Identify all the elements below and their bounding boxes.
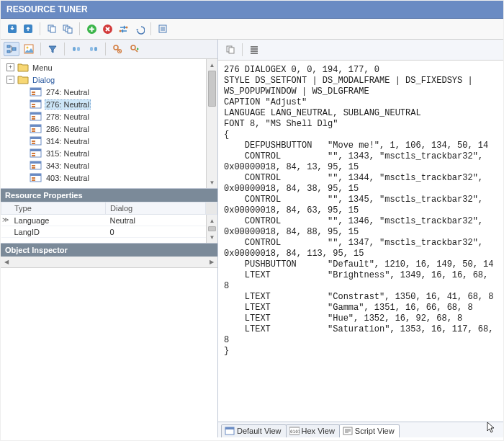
properties-panel: ≫ Type Dialog LanguageNeutralLangID0 ▲ ▼ bbox=[1, 202, 217, 244]
scroll-thumb[interactable] bbox=[208, 71, 216, 107]
multi-copy-button[interactable] bbox=[60, 22, 75, 36]
separator bbox=[40, 43, 41, 55]
tree-item-278[interactable]: 278: Neutral bbox=[1, 110, 217, 122]
tree-item-276[interactable]: 276: Neutral bbox=[1, 98, 217, 110]
props-scrollbar[interactable]: ▲ ▼ bbox=[206, 215, 217, 243]
scroll-left-button[interactable]: ◀ bbox=[1, 257, 12, 267]
script-view-icon bbox=[343, 427, 353, 435]
list-button[interactable] bbox=[156, 22, 170, 36]
view-tabs: Default View0101Hex ViewScript View bbox=[218, 422, 503, 437]
script-editor[interactable]: 276 DIALOGEX 0, 0, 194, 177, 0 STYLE DS_… bbox=[218, 61, 503, 422]
svg-rect-54 bbox=[32, 177, 35, 179]
tree-item-403[interactable]: 403: Neutral bbox=[1, 172, 217, 184]
add-button[interactable] bbox=[84, 22, 99, 36]
svg-rect-59 bbox=[225, 427, 234, 429]
tree-item-315[interactable]: 315: Neutral bbox=[1, 147, 217, 159]
scroll-thumb[interactable] bbox=[208, 226, 216, 231]
svg-point-21 bbox=[114, 45, 118, 50]
svg-rect-49 bbox=[30, 161, 41, 164]
resource-tree-container: +Menu−Dialog274: Neutral276: Neutral278:… bbox=[1, 59, 217, 189]
chevron-right-icon: ≫ bbox=[2, 216, 9, 223]
hex-view-icon: 0101 bbox=[289, 427, 300, 435]
svg-rect-42 bbox=[32, 141, 35, 142]
separator bbox=[64, 43, 65, 55]
right-panel: 276 DIALOGEX 0, 0, 194, 177, 0 STYLE DS_… bbox=[218, 40, 503, 437]
svg-rect-19 bbox=[90, 47, 93, 51]
separator bbox=[150, 22, 151, 35]
svg-rect-39 bbox=[32, 130, 35, 132]
resource-tree[interactable]: +Menu−Dialog274: Neutral276: Neutral278:… bbox=[1, 59, 217, 188]
tree-node-menu[interactable]: +Menu bbox=[1, 61, 217, 74]
scroll-track[interactable] bbox=[12, 257, 206, 267]
main-toolbar bbox=[1, 19, 503, 40]
scroll-down-button[interactable]: ▼ bbox=[207, 177, 217, 188]
prop-row[interactable]: LangID0 bbox=[1, 226, 217, 238]
toggle-2-button[interactable] bbox=[86, 42, 102, 56]
undo-button[interactable] bbox=[132, 22, 146, 36]
app-title: RESOURCE TUNER bbox=[6, 4, 88, 14]
left-panel: +Menu−Dialog274: Neutral276: Neutral278:… bbox=[1, 40, 218, 437]
svg-point-16 bbox=[27, 47, 29, 49]
svg-rect-26 bbox=[32, 92, 35, 93]
prop-key: Language bbox=[1, 215, 106, 226]
svg-rect-41 bbox=[30, 137, 41, 139]
svg-rect-20 bbox=[94, 47, 97, 51]
lines-button[interactable] bbox=[246, 43, 262, 57]
tab-hex[interactable]: 0101Hex View bbox=[286, 424, 340, 437]
tree-item-274[interactable]: 274: Neutral bbox=[1, 86, 217, 98]
svg-rect-38 bbox=[32, 128, 35, 130]
svg-rect-46 bbox=[32, 153, 35, 154]
prop-row[interactable]: LanguageNeutral bbox=[1, 215, 217, 226]
separator bbox=[79, 22, 80, 35]
svg-rect-18 bbox=[77, 47, 80, 51]
copy-button[interactable] bbox=[45, 22, 59, 36]
scroll-track[interactable] bbox=[207, 71, 217, 177]
properties-header: Resource Properties bbox=[1, 189, 217, 202]
separator bbox=[40, 22, 40, 35]
svg-point-9 bbox=[119, 30, 121, 32]
image-view-button[interactable] bbox=[21, 42, 37, 56]
delete-button[interactable] bbox=[100, 22, 114, 36]
separator bbox=[105, 43, 106, 55]
find-button[interactable] bbox=[109, 42, 125, 56]
tree-item-286[interactable]: 286: Neutral bbox=[1, 122, 217, 135]
tree-item-343[interactable]: 343: Neutral bbox=[1, 159, 217, 172]
scroll-up-button[interactable]: ▲ bbox=[207, 215, 217, 226]
tab-default[interactable]: Default View bbox=[221, 424, 287, 437]
tree-scrollbar[interactable]: ▲ ▼ bbox=[206, 59, 217, 188]
prop-col-value[interactable]: Dialog bbox=[106, 202, 206, 215]
editor-toolbar bbox=[218, 40, 503, 61]
download-button[interactable] bbox=[5, 22, 19, 36]
default-view-icon bbox=[225, 427, 235, 435]
tab-label: Default View bbox=[237, 427, 282, 435]
tab-script[interactable]: Script View bbox=[339, 424, 400, 437]
svg-rect-14 bbox=[12, 48, 16, 50]
svg-rect-33 bbox=[30, 112, 41, 115]
app-title-bar: RESOURCE TUNER bbox=[1, 1, 503, 19]
tab-label: Script View bbox=[355, 427, 395, 435]
copy-code-button[interactable] bbox=[222, 43, 238, 57]
scroll-track[interactable] bbox=[207, 226, 217, 231]
inspector-hscroll[interactable]: ◀ ▶ bbox=[1, 257, 217, 268]
find-next-button[interactable] bbox=[127, 42, 143, 56]
svg-rect-3 bbox=[50, 27, 55, 32]
scroll-up-button[interactable]: ▲ bbox=[207, 59, 217, 71]
left-toolbar bbox=[1, 40, 217, 59]
svg-rect-47 bbox=[32, 155, 35, 156]
tree-item-314[interactable]: 314: Neutral bbox=[1, 135, 217, 147]
svg-rect-12 bbox=[7, 45, 10, 48]
svg-rect-50 bbox=[32, 165, 35, 166]
swap-button[interactable] bbox=[116, 22, 130, 36]
scroll-down-button[interactable]: ▼ bbox=[207, 231, 217, 243]
svg-rect-34 bbox=[32, 116, 35, 117]
svg-point-23 bbox=[131, 45, 135, 50]
prop-col-type[interactable]: Type bbox=[1, 202, 106, 215]
upload-button[interactable] bbox=[21, 22, 35, 36]
tree-node-dialog[interactable]: −Dialog bbox=[1, 74, 217, 86]
object-inspector-panel: ◀ ▶ bbox=[1, 257, 217, 437]
svg-rect-57 bbox=[229, 48, 234, 53]
toggle-1-button[interactable] bbox=[68, 42, 84, 56]
scroll-right-button[interactable]: ▶ bbox=[206, 257, 217, 267]
filter-button[interactable] bbox=[45, 42, 60, 56]
tree-view-button[interactable] bbox=[4, 42, 19, 56]
